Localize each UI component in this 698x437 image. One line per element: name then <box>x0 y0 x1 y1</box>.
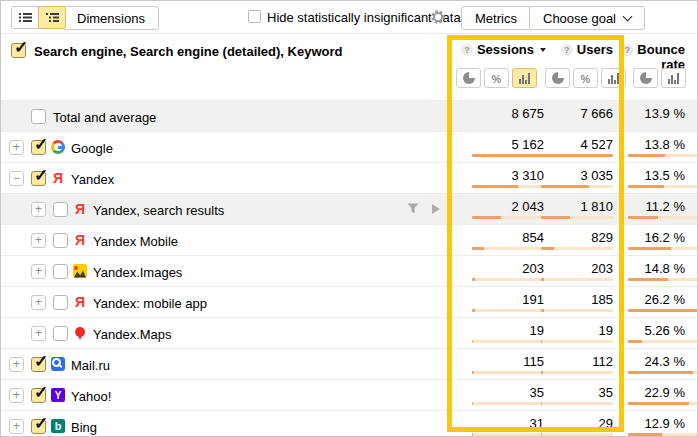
row-checkbox[interactable] <box>53 202 68 217</box>
row-label[interactable]: Mail.ru <box>71 358 110 373</box>
row-label[interactable]: Yandex <box>71 172 114 187</box>
row-checkbox[interactable] <box>31 171 46 186</box>
maps-icon <box>73 326 87 340</box>
row-checkbox[interactable] <box>53 233 68 248</box>
view-toggle-group <box>11 6 66 29</box>
table-row[interactable]: + Google 5 162 4 527 13.8 % <box>1 131 697 162</box>
table-row[interactable]: + Yandex: mobile app 191 185 26.2 % <box>1 286 697 317</box>
expand-button[interactable]: + <box>9 388 24 403</box>
metric-value: 26.2 % <box>645 292 685 307</box>
row-checkbox[interactable] <box>53 264 68 279</box>
pie-chart-button[interactable] <box>456 68 481 88</box>
row-checkbox[interactable] <box>31 140 46 155</box>
expand-button[interactable]: + <box>31 202 46 217</box>
metric-bar <box>541 340 613 343</box>
gear-icon[interactable] <box>430 9 446 25</box>
dimensions-button[interactable]: Dimensions <box>63 6 159 30</box>
dimension-title: Search engine, Search engine (detailed),… <box>34 44 342 59</box>
row-checkbox[interactable] <box>31 388 46 403</box>
row-label[interactable]: Yandex.Images <box>93 265 182 280</box>
row-hover-icons <box>407 203 440 214</box>
cell-bounce: 13.5 % <box>605 163 698 194</box>
row-label[interactable]: Google <box>71 141 113 156</box>
row-checkbox[interactable] <box>53 326 68 341</box>
help-icon[interactable] <box>461 44 473 56</box>
metric-bar <box>628 247 698 250</box>
expand-button[interactable]: + <box>31 233 46 248</box>
google-icon <box>51 140 65 154</box>
metric-value: 14.8 % <box>645 261 685 276</box>
row-label[interactable]: Yandex Mobile <box>93 234 178 249</box>
metric-bar <box>541 402 613 405</box>
table-row[interactable]: + Yandex Mobile 854 829 16.2 % <box>1 224 697 255</box>
table-row[interactable]: + Yahoo! 35 35 22.9 % <box>1 379 697 410</box>
drilldown-play-icon[interactable] <box>432 204 440 214</box>
expand-button[interactable]: + <box>9 140 24 155</box>
list-flat-button[interactable] <box>11 6 39 29</box>
expand-button[interactable]: − <box>9 171 24 186</box>
table-header: Search engine, Search engine (detailed),… <box>1 34 697 100</box>
yandex-icon <box>73 295 87 309</box>
filter-icon[interactable] <box>407 203 419 214</box>
percent-chart-button[interactable] <box>573 68 598 88</box>
expand-button[interactable]: + <box>31 295 46 310</box>
table-row[interactable]: + Yandex, search results 2 043 1 810 11.… <box>1 193 697 224</box>
bing-icon <box>51 419 65 433</box>
metrics-button[interactable]: Metrics <box>461 6 531 30</box>
pie-chart-button[interactable] <box>633 68 658 88</box>
column-header-sessions[interactable]: Sessions <box>451 42 546 57</box>
row-label[interactable]: Total and average <box>53 110 156 125</box>
cell-users: 203 <box>531 256 613 287</box>
table-row[interactable]: Total and average 8 675 7 666 13.9 % <box>1 100 697 131</box>
column-label: Users <box>577 42 613 57</box>
cell-bounce: 12.9 % <box>605 411 698 437</box>
chevron-down-icon <box>623 11 633 21</box>
row-label[interactable]: Yahoo! <box>71 389 111 404</box>
bar-chart-icon <box>668 73 680 84</box>
hide-insignificant-checkbox[interactable] <box>248 10 261 23</box>
row-label[interactable]: Yandex: mobile app <box>93 296 207 311</box>
help-icon[interactable] <box>621 44 633 56</box>
choose-goal-button[interactable]: Choose goal <box>529 6 645 30</box>
pie-chart-icon <box>640 72 652 84</box>
metric-value: 12.9 % <box>645 416 685 431</box>
expand-button[interactable]: + <box>31 326 46 341</box>
row-label[interactable]: Yandex.Maps <box>93 327 172 342</box>
yandex-icon <box>73 202 87 216</box>
dimension-checkbox[interactable] <box>11 43 26 58</box>
table-row[interactable]: + Yandex.Images 203 203 14.8 % <box>1 255 697 286</box>
list-tree-button[interactable] <box>38 6 66 29</box>
cell-bounce: 13.8 % <box>605 132 698 163</box>
bar-chart-icon <box>608 73 620 84</box>
metric-bar <box>541 309 613 312</box>
metric-bar <box>628 402 698 405</box>
expand-button[interactable]: + <box>9 357 24 372</box>
row-label[interactable]: Yandex, search results <box>93 203 224 218</box>
table-row[interactable]: + Bing 31 29 12.9 % <box>1 410 697 437</box>
row-checkbox[interactable] <box>31 357 46 372</box>
pie-chart-button[interactable] <box>545 68 570 88</box>
bar-chart-button[interactable] <box>512 68 537 88</box>
metric-bar <box>628 154 698 157</box>
column-header-users[interactable]: Users <box>541 42 613 57</box>
cell-bounce: 26.2 % <box>605 287 698 318</box>
bar-chart-button[interactable] <box>661 68 686 88</box>
cell-bounce: 22.9 % <box>605 380 698 411</box>
metric-bar <box>541 433 613 436</box>
bar-chart-button[interactable] <box>601 68 626 88</box>
row-checkbox[interactable] <box>31 419 46 434</box>
table-row[interactable]: + Mail.ru 115 112 24.3 % <box>1 348 697 379</box>
expand-button[interactable]: + <box>9 419 24 434</box>
percent-chart-button[interactable] <box>484 68 509 88</box>
table-row[interactable]: − Yandex 3 310 3 035 13.5 % <box>1 162 697 193</box>
mailru-icon <box>51 357 65 371</box>
row-checkbox[interactable] <box>31 109 46 124</box>
help-icon[interactable] <box>561 44 573 56</box>
percent-chart-icon <box>581 71 591 86</box>
row-checkbox[interactable] <box>53 295 68 310</box>
row-label[interactable]: Bing <box>71 420 97 435</box>
cell-users: 112 <box>531 349 613 380</box>
expand-button[interactable]: + <box>31 264 46 279</box>
table-row[interactable]: + Yandex.Maps 19 19 5.26 % <box>1 317 697 348</box>
cell-users: 35 <box>531 380 613 411</box>
